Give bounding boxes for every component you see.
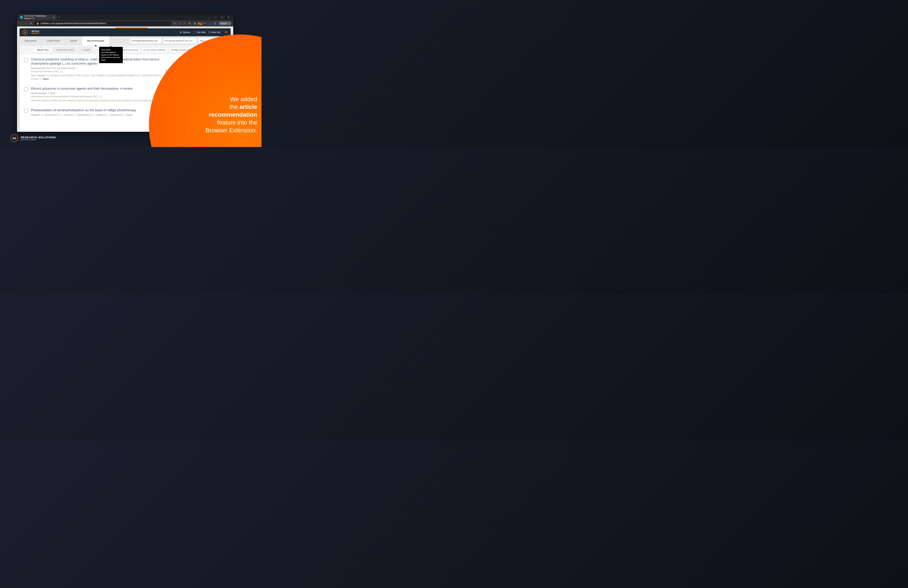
options-button[interactable]: ⚙Options <box>180 31 190 34</box>
kebab-icon: ⋮ <box>227 22 230 24</box>
info-icon: ⓘ <box>208 31 211 34</box>
reload-icon[interactable]: ⟳ <box>29 22 33 25</box>
more-info-button[interactable]: ⓘMore info <box>208 31 221 34</box>
maximize-icon[interactable]: ▢ <box>220 15 224 19</box>
footer-logo: ЯS RESEARCH SOLUTIONS REPRINTS DESK <box>11 134 56 142</box>
email-field[interactable] <box>130 38 162 44</box>
extension-header: ARTICLE GALAXY ⚙Options ❓Get Help ⓘMore … <box>19 28 231 36</box>
gear-icon: ⚙ <box>180 31 182 34</box>
filter-library[interactable]: In Your Library Collection <box>142 47 168 53</box>
usage-select[interactable]: For use by myself or for a co⌄ <box>163 38 197 44</box>
help-icon: ❓ <box>193 31 196 34</box>
forward-icon[interactable]: → <box>24 22 27 25</box>
favicon <box>20 16 23 19</box>
zoom-icon[interactable]: ⊕ <box>173 22 176 25</box>
lock-icon: 🔒 <box>36 22 39 25</box>
article-title[interactable]: Chemical predictive modeling of ethyl-p-… <box>31 57 162 66</box>
help-button[interactable]: ❓Get Help <box>193 31 205 34</box>
article-authors: Salmahaminati; Noor Fitri; Yuvia Rafi Ku… <box>31 67 162 69</box>
logo-mark-icon <box>23 30 27 35</box>
close-icon[interactable]: × <box>53 16 55 19</box>
footer-brand: RESEARCH SOLUTIONS <box>21 136 56 139</box>
article-checkbox[interactable] <box>24 87 28 91</box>
tab-saved[interactable]: Saved <box>65 36 82 45</box>
chevron-down-icon: ⌄ <box>193 40 195 42</box>
extension-badge-icon[interactable]: ▣50 <box>198 22 201 25</box>
rs-logo-mark: ЯS <box>11 134 18 142</box>
chrome-icon[interactable]: ● <box>188 22 192 25</box>
footer-subbrand: REPRINTS DESK <box>21 139 56 141</box>
star-icon[interactable]: ☆ <box>183 22 186 25</box>
browser-tab-strip: "1173-13-3" Reference Search | C × + ⌄ —… <box>17 14 233 20</box>
more-link[interactable]: ...More <box>42 78 49 80</box>
article-checkbox[interactable] <box>24 109 28 113</box>
overlay-caption: We added the article recommendation feat… <box>206 95 257 134</box>
save-for-later-button[interactable]: SAVE FOR LATER <box>53 47 76 53</box>
share-icon: ⇪ <box>81 49 82 51</box>
share-icon[interactable]: ⇪ <box>178 22 181 25</box>
profile-icon[interactable]: 👤 <box>214 22 217 25</box>
update-button[interactable]: Update⋮ <box>219 21 231 25</box>
extension-header-actions: ⚙Options ❓Get Help ⓘMore info ✕ <box>180 30 228 35</box>
window-controls: ⌄ — ▢ ✕ <box>207 15 232 19</box>
recommended-tooltip: View article recommendations based on th… <box>99 47 123 63</box>
minimize-icon[interactable]: — <box>214 15 217 19</box>
article-checkbox[interactable] <box>24 58 28 62</box>
share-button[interactable]: ⇪SHARE <box>78 47 93 53</box>
select-all-button[interactable]: SELECT ALL <box>34 47 52 53</box>
article-galaxy-logo: ARTICLE GALAXY <box>23 30 39 35</box>
address-bar: ← → ⟳ 🔒 scifinder-n.cas.org/search/refer… <box>17 20 233 26</box>
article-journal: Jurnal Ilmiah Pertanian 2023 ; ( ): <box>31 70 162 73</box>
close-panel-icon[interactable]: ✕ <box>224 30 228 35</box>
article-abstract: Solar radiation is essential for the evo… <box>31 74 162 81</box>
panel-icon[interactable]: ▯ <box>208 22 212 25</box>
back-icon[interactable]: ← <box>19 22 23 25</box>
new-tab-button[interactable]: + <box>57 15 62 20</box>
extension-icon-1[interactable]: ▮ <box>193 22 196 25</box>
browser-tab[interactable]: "1173-13-3" Reference Search | C × <box>19 15 57 20</box>
url-text: scifinder-n.cas.org/search/reference/641… <box>40 22 106 25</box>
tab-recommended[interactable]: Recommended <box>82 36 109 45</box>
tab-copy-paste[interactable]: Copy+Paste <box>42 36 65 45</box>
toolbar-icons: ⊕ ⇪ ☆ ● ▮ ▣50 ✦ ▯ 👤 Update⋮ <box>173 21 231 25</box>
puzzle-icon[interactable]: ✦ <box>203 22 207 25</box>
tab-title: "1173-13-3" Reference Search | C <box>24 15 52 20</box>
tab-discovered[interactable]: Discovered <box>19 36 42 45</box>
url-bar[interactable]: 🔒 scifinder-n.cas.org/search/reference/6… <box>34 21 171 26</box>
chevron-down-icon[interactable]: ⌄ <box>207 15 211 19</box>
close-window-icon[interactable]: ✕ <box>227 15 230 19</box>
